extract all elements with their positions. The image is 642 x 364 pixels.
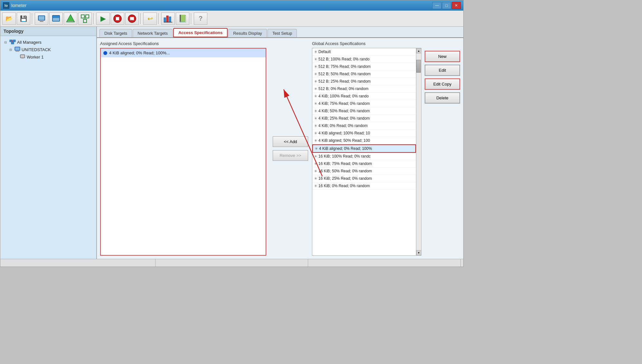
global-item-icon-18: ✳ [314, 184, 317, 188]
assigned-item-dot-0 [103, 51, 107, 55]
global-item-4[interactable]: ✳ 512 B; 25% Read; 0% random [312, 78, 416, 85]
tree-item-all-managers[interactable]: ⊟ All Managers [3, 39, 94, 46]
maximize-button[interactable]: □ [442, 2, 451, 9]
tree-expand-unitedstack: ⊟ [9, 48, 13, 51]
global-item-icon-5: ✳ [314, 87, 317, 91]
global-item-0[interactable]: ✳ Default [312, 48, 416, 56]
new-button[interactable]: New [425, 51, 460, 62]
tree-item-worker1[interactable]: · Worker 1 [13, 53, 94, 61]
action-buttons: New Edit Edit Copy Delete [421, 41, 460, 104]
close-button[interactable]: ✕ [452, 2, 461, 9]
svg-rect-15 [116, 17, 119, 20]
tabs-bar: Disk Targets Network Targets Access Spec… [97, 27, 463, 38]
global-item-icon-0: ✳ [314, 50, 317, 54]
global-item-5[interactable]: ✳ 512 B; 0% Read; 0% random [312, 85, 416, 93]
svg-rect-25 [11, 42, 14, 44]
book-button[interactable]: 📗 [176, 13, 189, 25]
global-item-icon-11: ✳ [314, 131, 317, 135]
bar-chart-button[interactable] [161, 13, 175, 25]
svg-rect-2 [40, 20, 43, 21]
add-button[interactable]: << Add [273, 136, 308, 147]
global-item-17[interactable]: ✳ 16 KiB; 25% Read; 0% random [312, 175, 416, 182]
global-item-label-11: 4 KiB aligned; 100% Read; 10 [318, 131, 370, 135]
start-button[interactable]: ▶ [96, 13, 110, 25]
assigned-item-0[interactable]: 4 KiB aligned; 0% Read; 100%... [101, 49, 266, 58]
edit-button[interactable]: Edit [425, 65, 460, 76]
global-item-2[interactable]: ✳ 512 B; 75% Read; 0% random [312, 63, 416, 70]
stop-button[interactable] [111, 13, 124, 25]
global-item-15[interactable]: ✳ 16 KiB; 75% Read; 0% random [312, 160, 416, 168]
config-button[interactable] [49, 13, 63, 25]
svg-rect-6 [53, 18, 59, 21]
main-window: Io Iometer — □ ✕ 📂 💾 [0, 0, 464, 267]
edit-copy-button[interactable]: Edit Copy [425, 78, 460, 90]
tab-results-display[interactable]: Results Display [228, 29, 267, 37]
assigned-list[interactable]: 4 KiB aligned; 0% Read; 100%... [100, 48, 266, 256]
global-item-label-13: 4 KiB aligned; 0% Read; 100% [319, 146, 372, 151]
toolbar-separator-5 [191, 13, 192, 24]
tab-access-specifications[interactable]: Access Specifications [173, 28, 228, 37]
global-item-label-15: 16 KiB; 75% Read; 0% random [318, 161, 372, 166]
global-item-8[interactable]: ✳ 4 KiB; 50% Read; 0% random [312, 107, 416, 115]
help-button[interactable]: ? [194, 13, 207, 25]
global-item-18[interactable]: ✳ 16 KiB; 0% Read; 0% random [312, 182, 416, 190]
global-panel: Global Access Specifications ✳ Default✳ … [312, 41, 421, 256]
global-item-6[interactable]: ✳ 4 KiB; 100% Read; 0% rando [312, 93, 416, 100]
delete-button[interactable]: Delete [425, 92, 460, 104]
sidebar: Topology ⊟ All Managers [0, 27, 97, 259]
status-section-1 [3, 259, 156, 267]
svg-rect-30 [16, 50, 19, 51]
scroll-thumb[interactable] [416, 60, 421, 73]
global-item-16[interactable]: ✳ 16 KiB; 50% Read; 0% random [312, 168, 416, 175]
assigned-item-label-0: 4 KiB aligned; 0% Read; 100%... [109, 50, 170, 55]
global-item-icon-7: ✳ [314, 102, 317, 106]
global-item-1[interactable]: ✳ 512 B; 100% Read; 0% rando [312, 56, 416, 63]
window-title: Iometer [11, 3, 26, 8]
global-item-icon-17: ✳ [314, 177, 317, 181]
tab-test-setup[interactable]: Test Setup [268, 29, 297, 37]
global-item-10[interactable]: ✳ 4 KiB; 0% Read; 0% random [312, 122, 416, 130]
global-item-label-10: 4 KiB; 0% Read; 0% random [318, 123, 368, 128]
save-button[interactable]: 💾 [17, 13, 30, 25]
global-item-label-18: 16 KiB; 0% Read; 0% random [318, 184, 370, 188]
title-bar: Io Iometer — □ ✕ [0, 0, 463, 11]
global-list[interactable]: ✳ Default✳ 512 B; 100% Read; 0% rando✳ 5… [312, 48, 416, 255]
tab-network-targets[interactable]: Network Targets [133, 29, 173, 37]
global-item-7[interactable]: ✳ 4 KiB; 75% Read; 0% random [312, 100, 416, 107]
stopall-button[interactable]: ALL [125, 13, 139, 25]
scroll-down-button[interactable]: ▼ [416, 250, 421, 255]
svg-rect-33 [21, 55, 24, 58]
tree-item-unitedstack[interactable]: ⊟ UNITEDSTACK [8, 46, 94, 53]
topology-button[interactable] [78, 13, 92, 25]
unitedstack-label: UNITEDSTACK [22, 47, 51, 52]
scroll-up-button[interactable]: ▲ [416, 48, 421, 53]
global-item-3[interactable]: ✳ 512 B; 50% Read; 0% random [312, 70, 416, 78]
status-section-3 [308, 259, 461, 267]
content-area: Disk Targets Network Targets Access Spec… [97, 27, 463, 259]
tree-expand-managers: ⊟ [4, 41, 8, 44]
reset-button[interactable]: ↩ [143, 13, 157, 25]
scrollbar[interactable]: ▲ ▼ [416, 48, 421, 255]
display-button[interactable] [35, 13, 48, 25]
minimize-button[interactable]: — [432, 2, 441, 9]
sidebar-content: ⊟ All Managers ⊟ [0, 36, 96, 259]
tab-disk-targets[interactable]: Disk Targets [99, 29, 132, 37]
open-button[interactable]: 📂 [2, 13, 16, 25]
tree-children-managers: ⊟ UNITEDSTACK · [8, 46, 94, 61]
svg-rect-1 [39, 16, 44, 20]
assigned-panel-header: Assigned Access Specifications [100, 41, 266, 46]
global-item-11[interactable]: ✳ 4 KiB aligned; 100% Read; 10 [312, 130, 416, 137]
svg-rect-29 [15, 47, 20, 50]
global-item-icon-14: ✳ [314, 154, 317, 159]
toolbar-separator-2 [93, 13, 95, 24]
global-item-14[interactable]: ✳ 16 KiB; 100% Read; 0% randc [312, 153, 416, 160]
network-button[interactable] [64, 13, 77, 25]
global-item-icon-12: ✳ [314, 139, 317, 143]
global-item-icon-16: ✳ [314, 169, 317, 173]
global-item-9[interactable]: ✳ 4 KiB; 25% Read; 0% random [312, 115, 416, 122]
remove-button[interactable]: Remove >> [273, 150, 308, 161]
global-item-13[interactable]: ✳ 4 KiB aligned; 0% Read; 100% [312, 144, 416, 153]
status-section-2 [156, 259, 308, 267]
main-area: Topology ⊟ All Managers [0, 27, 463, 259]
global-item-12[interactable]: ✳ 4 KiB aligned; 50% Read; 100 [312, 137, 416, 144]
